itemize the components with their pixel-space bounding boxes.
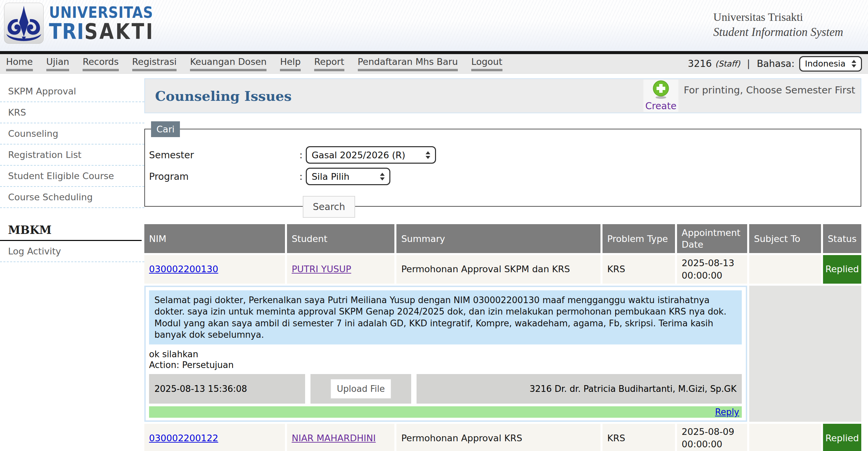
trisakti-emblem-icon <box>4 3 43 44</box>
navbar-right: 3216 (Staff) | Bahasa: Indonesia <box>688 56 862 72</box>
sidebar-item-student-eligible-course[interactable]: Student Eligible Course <box>0 166 144 187</box>
counselor-action-text: Action: Persetujuan <box>149 360 742 370</box>
semester-colon: : <box>300 149 303 161</box>
reply-link[interactable]: Reply <box>715 407 739 417</box>
system-name: Student Information System <box>713 26 843 39</box>
logo-sakti: SAKTI <box>85 19 155 44</box>
program-field-row: Program : Sila Pilih <box>149 168 861 185</box>
trisakti-emblem-svg <box>5 4 43 42</box>
sidebar-item-counseling[interactable]: Counseling <box>0 123 144 144</box>
nim-link[interactable]: 030002200130 <box>149 263 218 275</box>
language-select-value: Indonesia <box>805 59 845 68</box>
counseling-detail-panel: Selamat pagi dokter, Perkenalkan saya Pu… <box>144 286 747 422</box>
logo-line2: TRISAKTI <box>49 21 154 43</box>
col-header-appointment-date: Appointment Date <box>677 224 747 253</box>
university-logo: UNIVERSITAS TRISAKTI <box>4 3 172 44</box>
logo-tri: TRI <box>49 19 85 44</box>
upload-file-button[interactable]: Upload File <box>331 379 391 399</box>
status-badge: Replied <box>823 255 861 284</box>
create-plus-icon <box>652 80 670 100</box>
col-header-status: Status <box>823 224 861 253</box>
nav-item-records[interactable]: Records <box>83 56 119 71</box>
semester-select[interactable]: Gasal 2025/2026 (R) <box>306 146 436 164</box>
select-chevron-icon <box>380 173 385 180</box>
nav-item-help[interactable]: Help <box>280 56 301 71</box>
create-button[interactable]: Create <box>644 80 678 112</box>
problem-type-cell: KRS <box>602 255 675 284</box>
nim-link[interactable]: 030002200122 <box>149 432 218 444</box>
select-chevron-icon <box>851 60 856 67</box>
print-hint-text: For printing, Choose Semester First <box>679 79 861 113</box>
col-header-summary: Summary <box>396 224 600 253</box>
main-navbar: Home Ujian Records Registrasi Keuangan D… <box>0 54 868 74</box>
subject-to-cell <box>749 424 821 451</box>
responder-name: 3216 Dr. dr. Patricia Budihartanti, M.Gi… <box>416 374 742 404</box>
summary-cell: Permohonan Approval SKPM dan KRS <box>396 255 600 284</box>
table-row: 030002200122 <box>144 424 285 451</box>
search-button[interactable]: Search <box>303 196 355 218</box>
nav-item-registrasi[interactable]: Registrasi <box>132 56 177 71</box>
org-name: Universitas Trisakti <box>713 11 843 24</box>
sidebar-section-mbkm: MBKM <box>0 224 142 241</box>
user-role: (Staff) <box>715 59 740 68</box>
sidebar: SKPM Approval KRS Counseling Registratio… <box>0 74 144 262</box>
col-header-subject-to: Subject To <box>749 224 821 253</box>
select-chevron-icon <box>426 151 430 159</box>
appointment-date-cell: 2025-08-09 00:00:00 <box>677 424 747 451</box>
page-header-right: Create For printing, Choose Semester Fir… <box>643 79 861 113</box>
student-link[interactable]: PUTRI YUSUP <box>292 263 351 275</box>
semester-select-value: Gasal 2025/2026 (R) <box>311 150 405 160</box>
table-row: NIAR MAHARDHINI <box>287 424 395 451</box>
nav-item-report[interactable]: Report <box>314 56 344 71</box>
summary-cell: Permohonan Approval KRS <box>396 424 600 451</box>
create-button-label: Create <box>645 101 676 112</box>
student-link[interactable]: NIAR MAHARDHINI <box>292 432 376 444</box>
user-id: 3216 <box>688 58 712 69</box>
nav-item-logout[interactable]: Logout <box>471 56 502 71</box>
table-row: 030002200130 <box>144 255 285 284</box>
program-colon: : <box>300 171 303 182</box>
sidebar-item-course-scheduling[interactable]: Course Scheduling <box>0 187 144 208</box>
nav-item-ujian[interactable]: Ujian <box>46 56 69 71</box>
upload-file-cell: Upload File <box>310 374 411 404</box>
nav-item-keuangan-dosen[interactable]: Keuangan Dosen <box>190 56 267 71</box>
language-label: Bahasa: <box>757 58 795 69</box>
language-select[interactable]: Indonesia <box>799 56 862 72</box>
table-row: PUTRI YUSUP <box>287 255 395 284</box>
semester-label: Semester <box>149 149 300 161</box>
detail-side-filler <box>749 286 861 422</box>
col-header-problem-type: Problem Type <box>602 224 675 253</box>
semester-field-row: Semester : Gasal 2025/2026 (R) <box>149 146 861 164</box>
status-badge: Replied <box>823 424 861 451</box>
counselor-reply-text: ok silahkan <box>149 349 742 359</box>
page-layout: SKPM Approval KRS Counseling Registratio… <box>0 74 868 451</box>
appointment-date-cell: 2025-08-13 00:00:00 <box>677 255 747 284</box>
reply-meta-row: 2025-08-13 15:36:08 Upload File 3216 Dr.… <box>149 374 742 404</box>
program-select[interactable]: Sila Pilih <box>306 168 391 185</box>
search-panel: Cari Semester : Gasal 2025/2026 (R) Prog… <box>144 129 861 207</box>
nav-item-pendaftaran-mhs-baru[interactable]: Pendaftaran Mhs Baru <box>358 56 458 71</box>
student-message: Selamat pagi dokter, Perkenalkan saya Pu… <box>149 290 742 344</box>
org-title-block: Universitas Trisakti Student Information… <box>713 11 843 39</box>
logo-line1: UNIVERSITAS <box>49 4 154 20</box>
col-header-student: Student <box>287 224 395 253</box>
reply-bar: Reply <box>149 406 742 418</box>
col-header-nim: NIM <box>144 224 285 253</box>
logo-wordmark: UNIVERSITAS TRISAKTI <box>49 4 154 43</box>
page-header-band: Counseling Issues Create For printing, C… <box>144 78 861 113</box>
main-content: Counseling Issues Create For printing, C… <box>144 74 868 451</box>
problem-type-cell: KRS <box>602 424 675 451</box>
sidebar-item-log-activity[interactable]: Log Activity <box>0 241 144 262</box>
page-title: Counseling Issues <box>155 88 292 104</box>
program-label: Program <box>149 171 300 182</box>
subject-to-cell <box>749 255 821 284</box>
program-select-value: Sila Pilih <box>311 171 349 182</box>
sidebar-item-registration-list[interactable]: Registration List <box>0 144 144 166</box>
sidebar-item-krs[interactable]: KRS <box>0 102 144 123</box>
nav-item-home[interactable]: Home <box>6 56 33 71</box>
top-banner: UNIVERSITAS TRISAKTI Universitas Trisakt… <box>0 0 868 51</box>
sidebar-item-skpm-approval[interactable]: SKPM Approval <box>0 81 144 102</box>
search-panel-legend: Cari <box>151 121 180 137</box>
counseling-issues-table: NIM Student Summary Problem Type Appoint… <box>144 224 861 451</box>
divider-bar <box>0 51 868 54</box>
